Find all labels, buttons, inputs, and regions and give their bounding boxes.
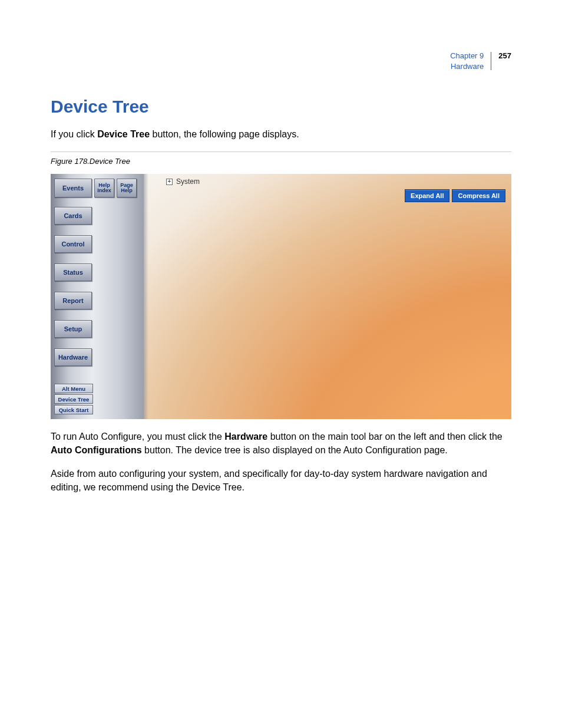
- sidebar-top-row: Events Help Index Page Help: [51, 179, 144, 197]
- button-label: Cards: [64, 212, 82, 219]
- page-number: 257: [491, 51, 511, 61]
- button-label: Hardware: [58, 354, 88, 361]
- text: button, the following page displays.: [150, 129, 299, 139]
- text: If you click: [51, 129, 97, 139]
- page-header: Chapter 9 Hardware 257: [450, 51, 511, 71]
- page-title: Device Tree: [51, 97, 511, 117]
- report-button[interactable]: Report: [54, 292, 92, 309]
- section-label: Hardware: [450, 61, 484, 72]
- hardware-button[interactable]: Hardware: [54, 348, 92, 366]
- page-content: Device Tree If you click Device Tree but…: [51, 50, 511, 494]
- device-tree-button[interactable]: Device Tree: [54, 394, 93, 404]
- text: button. The device tree is also displaye…: [142, 445, 448, 455]
- tree-root-label: System: [176, 177, 200, 186]
- body-paragraph-2: To run Auto Configure, you must click th…: [51, 430, 511, 457]
- figure-caption: Figure 178.Device Tree: [51, 157, 511, 166]
- help-index-button[interactable]: Help Index: [94, 179, 114, 197]
- intro-paragraph: If you click Device Tree button, the fol…: [51, 127, 511, 141]
- document-page: Chapter 9 Hardware 257 Device Tree If yo…: [0, 0, 562, 728]
- figure-sidebar: Events Help Index Page Help Cards Contro…: [51, 174, 144, 419]
- button-label: Status: [63, 269, 83, 276]
- button-label: Quick Start: [59, 407, 89, 413]
- text-bold: Device Tree: [97, 129, 150, 139]
- text-bold: Auto Configurations: [51, 445, 142, 455]
- header-meta: Chapter 9 Hardware: [450, 51, 491, 71]
- sidebar-button-list: Cards Control Status Report Setup Hardwa…: [54, 207, 95, 366]
- body-paragraph-3: Aside from auto configuring your system,…: [51, 467, 511, 494]
- panel-button-row: Expand All Compress All: [405, 189, 505, 202]
- button-label: Compress All: [458, 192, 500, 199]
- horizontal-rule: [51, 151, 511, 152]
- button-label: Control: [61, 241, 84, 248]
- quick-start-button[interactable]: Quick Start: [54, 405, 93, 414]
- button-label: Report: [62, 297, 83, 304]
- tree-root-node[interactable]: + System: [166, 177, 200, 186]
- sidebar-sub-buttons: Alt Menu Device Tree Quick Start: [54, 384, 93, 414]
- button-label: Expand All: [411, 192, 444, 199]
- alt-menu-button[interactable]: Alt Menu: [54, 384, 93, 393]
- button-label: Device Tree: [58, 396, 90, 403]
- control-button[interactable]: Control: [54, 235, 92, 253]
- figure-main-panel: + System Expand All Compress All: [144, 174, 511, 419]
- events-button[interactable]: Events: [54, 179, 92, 197]
- plus-icon[interactable]: +: [166, 179, 173, 185]
- cards-button[interactable]: Cards: [54, 207, 92, 225]
- text: To run Auto Configure, you must click th…: [51, 431, 224, 442]
- page-help-button[interactable]: Page Help: [117, 179, 137, 197]
- button-label: Events: [62, 185, 84, 192]
- figure-device-tree: Events Help Index Page Help Cards Contro…: [51, 174, 511, 419]
- text-bold: Hardware: [224, 431, 267, 442]
- compress-all-button[interactable]: Compress All: [452, 189, 505, 202]
- button-label: Alt Menu: [62, 386, 85, 392]
- button-label: Setup: [64, 325, 82, 332]
- chapter-label: Chapter 9: [450, 51, 484, 61]
- status-button[interactable]: Status: [54, 263, 92, 281]
- button-label: Help Index: [95, 183, 114, 194]
- button-label: Page Help: [117, 183, 136, 194]
- setup-button[interactable]: Setup: [54, 320, 92, 338]
- expand-all-button[interactable]: Expand All: [405, 189, 449, 202]
- text: button on the main tool bar on the left …: [267, 431, 502, 442]
